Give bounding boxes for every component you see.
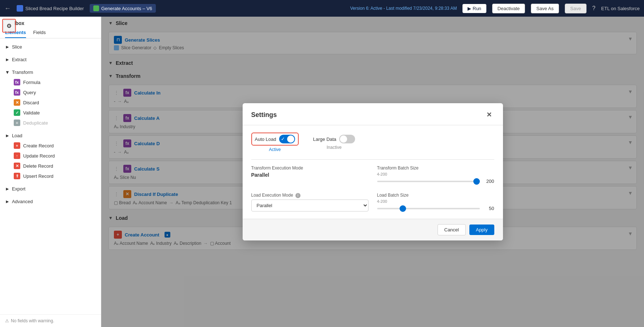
transform-batch-label: Transform Batch Size bbox=[377, 165, 494, 171]
load-batch-value: 50 bbox=[483, 206, 494, 211]
apply-button[interactable]: Apply bbox=[469, 225, 494, 235]
load-header[interactable]: ► Load bbox=[5, 131, 96, 141]
toolbox-item-deduplicate: ≡ Deduplicate bbox=[5, 118, 96, 128]
delete-icon: ✕ bbox=[14, 163, 20, 169]
section-slice: ► Slice bbox=[0, 41, 101, 53]
query-icon: fx bbox=[14, 89, 20, 96]
help-button[interactable]: ? bbox=[592, 5, 596, 12]
toolbox-item-upsert-record[interactable]: ⇑ Upsert Record bbox=[5, 171, 96, 181]
top-nav: ← Sliced Bread Recipe Builder Generate A… bbox=[0, 0, 644, 17]
run-button[interactable]: ▶ Run bbox=[462, 4, 486, 13]
slice-label: Slice bbox=[12, 44, 22, 50]
load-batch-range: 4-200 bbox=[377, 199, 494, 204]
load-exec-select[interactable]: Parallel Sequential bbox=[251, 200, 368, 211]
section-export: ► Export bbox=[0, 183, 101, 195]
toolbox-item-delete-record[interactable]: ✕ Delete Record bbox=[5, 161, 96, 171]
save-button[interactable]: Save bbox=[565, 4, 587, 13]
toolbox-item-validate[interactable]: ✓ Validate bbox=[5, 108, 96, 118]
etl-label: ETL on Salesforce bbox=[601, 6, 640, 11]
upsert-icon: ⇑ bbox=[14, 173, 20, 179]
transform-exec-field: Transform Execution Mode Parallel bbox=[251, 165, 368, 184]
deactivate-button[interactable]: Deactivate bbox=[492, 4, 525, 13]
transform-batch-value: 200 bbox=[483, 179, 494, 184]
load-batch-slider[interactable] bbox=[377, 208, 480, 209]
main-layout: Toolbox Elements Fields ► Slice ► Extrac… bbox=[0, 17, 644, 327]
large-data-group: Large Data Inactive bbox=[313, 135, 355, 150]
tab-fields[interactable]: Fields bbox=[33, 28, 46, 38]
chevron-down-icon-transform: ▼ bbox=[5, 70, 10, 75]
auto-load-label: Auto Load bbox=[255, 137, 276, 142]
modal-title: Settings bbox=[251, 111, 277, 119]
auto-load-group: Auto Load ✓ Active bbox=[251, 133, 299, 152]
formula-label: Formula bbox=[23, 80, 40, 85]
warning-icon: ⚠ bbox=[5, 318, 9, 323]
chevron-right-icon-export: ► bbox=[5, 186, 10, 192]
cancel-button[interactable]: Cancel bbox=[438, 224, 466, 235]
dedup-label: Deduplicate bbox=[23, 120, 48, 126]
transform-batch-slider[interactable] bbox=[377, 181, 480, 182]
back-button[interactable]: ← bbox=[4, 5, 11, 12]
toolbox-footer: ⚠ No fields with warning. bbox=[0, 314, 101, 327]
section-advanced: ► Advanced bbox=[0, 195, 101, 208]
tab-label: Generate Accounts – V6 bbox=[101, 6, 152, 11]
version-info: Version 6: Active - Last modified 7/23/2… bbox=[350, 6, 457, 11]
load-exec-label: Load Execution Mode i bbox=[251, 193, 368, 198]
load-label: Load bbox=[12, 133, 22, 138]
query-label: Query bbox=[23, 90, 36, 95]
chevron-right-icon-extract: ► bbox=[5, 57, 10, 62]
gear-button[interactable]: ⚙ bbox=[3, 20, 15, 32]
transform-exec-label: Transform Execution Mode bbox=[251, 165, 368, 171]
transform-batch-slider-row: 200 bbox=[377, 179, 494, 184]
discard-label: Discard bbox=[23, 100, 39, 105]
large-data-toggle[interactable] bbox=[339, 135, 355, 143]
delete-label: Delete Record bbox=[23, 163, 53, 169]
footer-text: No fields with warning. bbox=[11, 318, 54, 323]
settings-grid: Transform Execution Mode Parallel Transf… bbox=[251, 165, 494, 211]
create-icon: + bbox=[14, 142, 20, 149]
slice-header[interactable]: ► Slice bbox=[5, 42, 96, 52]
divider-1 bbox=[251, 159, 494, 160]
advanced-header[interactable]: ► Advanced bbox=[5, 197, 96, 206]
info-icon[interactable]: i bbox=[295, 193, 300, 198]
transform-batch-field: Transform Batch Size 4-200 200 bbox=[377, 165, 494, 184]
transform-header[interactable]: ▼ Transform bbox=[5, 67, 96, 77]
large-data-label: Large Data bbox=[313, 137, 336, 142]
app-icon bbox=[17, 5, 23, 12]
toolbox-item-create-record[interactable]: + Create Record bbox=[5, 141, 96, 151]
toolbox-item-query[interactable]: fx Query bbox=[5, 87, 96, 97]
large-data-status: Inactive bbox=[327, 145, 341, 150]
modal-body: Auto Load ✓ Active Lar bbox=[243, 125, 503, 219]
app-title-label: Sliced Bread Recipe Builder bbox=[25, 6, 84, 11]
update-label: Update Record bbox=[23, 153, 55, 159]
modal-close-button[interactable]: ✕ bbox=[484, 110, 494, 120]
transform-label: Transform bbox=[12, 70, 33, 75]
load-batch-slider-row: 50 bbox=[377, 206, 494, 211]
section-extract: ► Extract bbox=[0, 53, 101, 66]
dedup-icon: ≡ bbox=[14, 120, 20, 126]
settings-modal: Settings ✕ Auto Load ✓ bbox=[243, 103, 503, 240]
load-exec-field: Load Execution Mode i Parallel Sequentia… bbox=[251, 193, 368, 211]
toolbox-item-formula[interactable]: fx Formula bbox=[5, 77, 96, 87]
extract-label: Extract bbox=[12, 57, 26, 62]
tab-generate-accounts[interactable]: Generate Accounts – V6 bbox=[90, 4, 156, 13]
gear-button-highlight: ⚙ bbox=[2, 19, 16, 33]
export-header[interactable]: ► Export bbox=[5, 184, 96, 194]
large-data-row: Large Data bbox=[313, 135, 355, 143]
save-as-button[interactable]: Save As bbox=[531, 4, 559, 13]
chevron-right-icon-advanced: ► bbox=[5, 199, 10, 204]
chevron-right-icon-load: ► bbox=[5, 133, 10, 138]
tab-icon bbox=[93, 5, 99, 11]
extract-header[interactable]: ► Extract bbox=[5, 55, 96, 64]
export-label: Export bbox=[12, 186, 26, 192]
auto-load-toggle[interactable]: ✓ bbox=[279, 135, 295, 143]
modal-footer: Cancel Apply bbox=[243, 219, 503, 240]
transform-exec-value: Parallel bbox=[251, 172, 368, 178]
load-batch-label: Load Batch Size bbox=[377, 193, 494, 198]
upsert-label: Upsert Record bbox=[23, 173, 54, 179]
section-transform: ▼ Transform fx Formula fx Query ✕ Discar… bbox=[0, 66, 101, 129]
update-icon: ↑ bbox=[14, 152, 20, 159]
section-load: ► Load + Create Record ↑ Update Record ✕… bbox=[0, 129, 101, 183]
discard-icon: ✕ bbox=[14, 99, 20, 106]
toolbox-item-discard[interactable]: ✕ Discard bbox=[5, 97, 96, 108]
toolbox-item-update-record[interactable]: ↑ Update Record bbox=[5, 151, 96, 161]
